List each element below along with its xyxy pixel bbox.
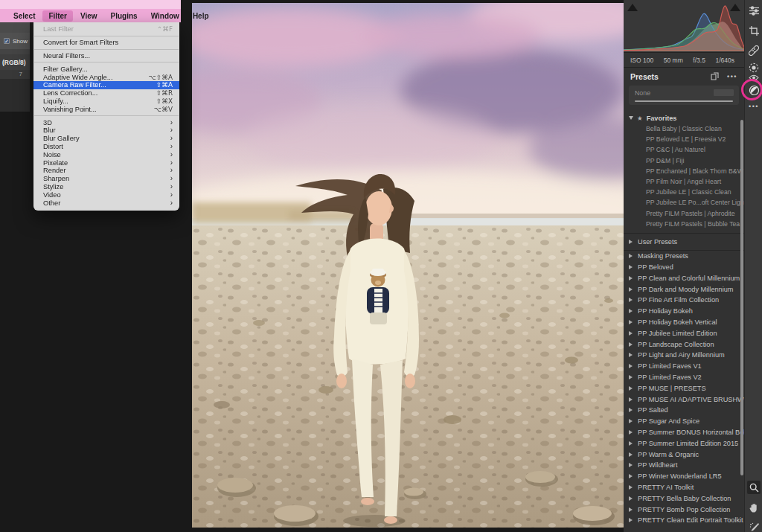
submenu-arrow-icon: › — [170, 152, 173, 158]
chevron-right-icon — [629, 518, 633, 522]
menu-item-label: Distort — [43, 143, 63, 150]
acr-tool-strip: ••• — [744, 0, 762, 532]
preset-item-pp-beloved-le-freesia-v2[interactable]: PP Beloved LE | Freesia V2 — [624, 134, 744, 144]
preset-group-pp-dark-and-moody-millennium[interactable]: PP Dark and Moody Millennium — [624, 283, 744, 295]
menu-item-neural-filters[interactable]: Neural Filters... — [33, 52, 179, 60]
preset-amount-track[interactable] — [635, 100, 733, 102]
submenu-arrow-icon: › — [170, 184, 173, 190]
menu-item-vanishing-point[interactable]: Vanishing Point...⌥⌘V — [33, 105, 179, 113]
preset-group-pp-fine-art-film-collection[interactable]: PP Fine Art Film Collection — [624, 295, 744, 306]
show-checkbox[interactable]: ✓ — [4, 38, 10, 44]
menu-item-label: Camera Raw Filter... — [43, 81, 106, 89]
menu-item-blur[interactable]: Blur› — [33, 126, 179, 135]
preset-group-pp-clean-and-colorful-millennium[interactable]: PP Clean and Colorful Millennium — [624, 272, 744, 283]
menu-item-adaptive-wide-angle[interactable]: Adaptive Wide Angle...⌥⇧⌘A — [33, 73, 179, 81]
preset-group-pp-winter-wonderland-lr5[interactable]: PP Winter Wonderland LR5 — [624, 471, 744, 482]
preset-group-masking-presets[interactable]: Masking Presets — [624, 251, 744, 262]
menubar-item-filter[interactable]: Filter — [42, 10, 72, 22]
filter-menu-dropdown: Last Filter⌃⌘FConvert for Smart FiltersN… — [33, 22, 179, 211]
user-presets-group-header[interactable]: User Presets — [624, 234, 744, 251]
preset-group-pp-limited-faves-v1[interactable]: PP Limited Faves V1 — [624, 361, 744, 372]
menu-item-render[interactable]: Render› — [33, 167, 179, 175]
preset-group-pretty-bomb-pop-collection[interactable]: PRETTY Bomb Pop Collection — [624, 504, 744, 515]
preset-group-pp-warm-organic[interactable]: PP Warm & Organic — [624, 449, 744, 460]
submenu-arrow-icon: › — [170, 176, 173, 182]
chevron-right-icon — [629, 298, 633, 302]
menu-item-sharpen[interactable]: Sharpen› — [33, 175, 179, 183]
menubar-item-plugins[interactable]: Plugins — [105, 10, 144, 22]
preset-group-pretty-ai-toolkit[interactable]: PRETTY AI Toolkit — [624, 482, 744, 493]
menubar-item-view[interactable]: View — [74, 10, 103, 22]
preset-group-pretty-clean-edit-portrait-toolkit[interactable]: PRETTY Clean Edit Portrait Toolkit — [624, 515, 744, 526]
preset-item-pretty-film-pastels-aphrodite[interactable]: Pretty FILM Pastels | Aphrodite — [624, 208, 744, 219]
show-checkbox-label: Show — [13, 38, 28, 45]
photo-preview[interactable] — [192, 3, 624, 528]
menu-item-last-filter[interactable]: Last Filter⌃⌘F — [33, 25, 179, 33]
menubar-item-select[interactable]: Select — [7, 10, 41, 22]
shadow-clipping-icon[interactable] — [627, 4, 638, 11]
preset-group-pp-limited-faves-v2[interactable]: PP Limited Faves V2 — [624, 372, 744, 383]
preset-item-pretty-film-pastels-bubble-tea[interactable]: Pretty FILM Pastels | Bubble Tea — [624, 219, 744, 229]
preset-item-pp-jubilee-le-classic-clean[interactable]: PP Jubilee LE | Classic Clean — [624, 187, 744, 197]
chevron-right-icon — [629, 507, 633, 512]
preset-item-pp-c-c-au-naturel[interactable]: PP C&C | Au Naturel — [624, 144, 744, 155]
preset-item-pp-enchanted-black-thorn-b-w[interactable]: PP Enchanted | Black Thorn B&W — [624, 166, 744, 176]
menubar-item-window[interactable]: Window — [145, 10, 185, 22]
preset-item-bella-baby-classic-clean[interactable]: Bella Baby | Classic Clean — [624, 124, 744, 134]
preset-item-pp-jubilee-le-po-oft-center-light[interactable]: PP Jubilee LE Po...oft Center Light — [624, 197, 744, 208]
menu-separator — [34, 36, 179, 36]
preset-group-pp-beloved[interactable]: PP Beloved — [624, 262, 744, 273]
panel-menu-icon[interactable]: ••• — [727, 74, 737, 79]
preset-group-pp-summer-bonus-horizontal-bokeh[interactable]: PP Summer BONUS Horizontal Bokeh — [624, 427, 744, 438]
menu-item-distort[interactable]: Distort› — [33, 143, 179, 151]
menu-item-convert-for-smart-filters[interactable]: Convert for Smart Filters — [33, 39, 179, 47]
menu-item-filter-gallery[interactable]: Filter Gallery... — [33, 65, 179, 73]
preset-item-pp-d-m-fiji[interactable]: PP D&M | Fiji — [624, 156, 744, 166]
healing-brush-icon[interactable] — [747, 44, 761, 57]
preset-group-pp-jubilee-limited-edition[interactable]: PP Jubilee Limited Edition — [624, 327, 744, 339]
presets-icon[interactable] — [747, 83, 761, 97]
preset-group-label: PP Landscape Collection — [638, 341, 714, 348]
red-eye-icon[interactable] — [747, 71, 761, 84]
preset-group-pp-holiday-bokeh[interactable]: PP Holiday Bokeh — [624, 306, 744, 317]
menu-item-label: Lens Correction... — [43, 89, 97, 97]
menu-item-label: Stylize — [43, 183, 63, 190]
menu-item-3d[interactable]: 3D› — [33, 118, 179, 126]
preset-group-pp-muse-presets[interactable]: PP MUSE | PRESETS — [624, 382, 744, 394]
menu-item-video[interactable]: Video› — [33, 190, 179, 199]
preset-amount-slider[interactable]: None — [629, 86, 739, 105]
create-preset-icon[interactable] — [711, 72, 719, 80]
preset-group-pp-salted[interactable]: PP Salted — [624, 405, 744, 416]
preset-group-label: PP Warm & Organic — [638, 451, 699, 458]
menu-item-stylize[interactable]: Stylize› — [33, 183, 179, 191]
menu-item-lens-correction[interactable]: Lens Correction...⇧⌘R — [33, 89, 179, 97]
menu-item-label: Render — [43, 167, 66, 174]
menu-item-pixelate[interactable]: Pixelate› — [33, 158, 179, 167]
more-tools-icon[interactable]: ••• — [747, 100, 761, 113]
preset-group-pp-wildheart[interactable]: PP Wildheart — [624, 460, 744, 471]
menu-item-camera-raw-filter[interactable]: Camera Raw Filter...⇧⌘A — [33, 81, 179, 89]
menu-item-other[interactable]: Other› — [33, 199, 179, 207]
menu-item-liquify[interactable]: Liquify...⇧⌘X — [33, 97, 179, 106]
histogram[interactable] — [624, 0, 744, 53]
zoom-tool-icon[interactable] — [747, 481, 761, 494]
scrollbar[interactable] — [740, 120, 743, 475]
preset-group-pp-sugar-and-spice[interactable]: PP Sugar And Spice — [624, 416, 744, 427]
preset-item-pp-film-noir-angel-heart[interactable]: PP Film Noir | Angel Heart — [624, 176, 744, 187]
hand-tool-icon[interactable] — [747, 501, 761, 514]
favorites-group-header[interactable]: ★ Favorites — [624, 112, 744, 124]
preset-group-pp-summer-limited-edition-2015[interactable]: PP Summer Limited Edition 2015 — [624, 438, 744, 449]
crop-icon[interactable] — [747, 24, 761, 37]
menu-item-blur-gallery[interactable]: Blur Gallery› — [33, 135, 179, 143]
detail-brush-icon[interactable] — [747, 520, 761, 532]
menubar-item-help[interactable]: Help — [187, 10, 215, 22]
preset-group-pp-landscape-collection[interactable]: PP Landscape Collection — [624, 339, 744, 350]
edit-icon[interactable] — [747, 4, 761, 17]
preset-group-pp-muse-ai-adaptive-brushwork[interactable]: PP MUSE AI ADAPTIVE BRUSHWORK — [624, 394, 744, 405]
preset-group-pp-light-and-airy-millennium[interactable]: PP Light and Airy Millennium — [624, 350, 744, 361]
preset-group-pp-holiday-bokeh-vertical[interactable]: PP Holiday Bokeh Vertical — [624, 317, 744, 328]
preset-group-pretty-bella-baby-collection[interactable]: PRETTY Bella Baby Collection — [624, 493, 744, 504]
highlight-clipping-icon[interactable] — [730, 4, 740, 11]
menu-item-noise[interactable]: Noise› — [33, 150, 179, 158]
chevron-right-icon — [629, 496, 633, 501]
